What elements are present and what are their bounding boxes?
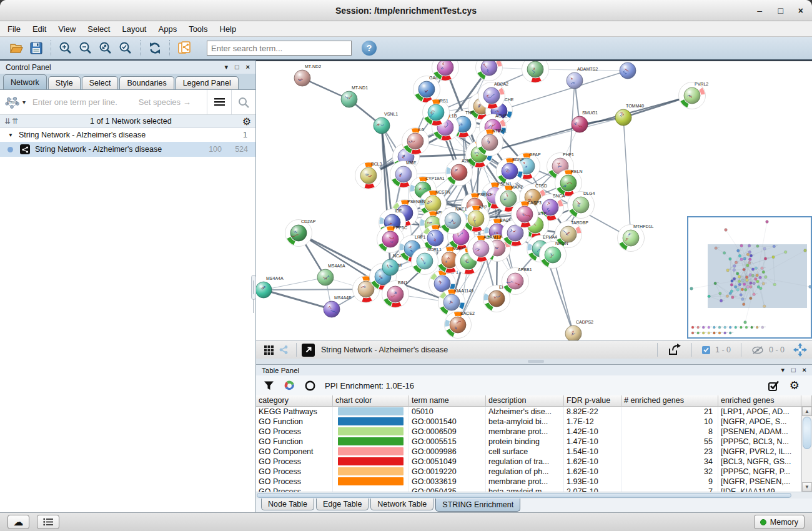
- table-panel-float-icon[interactable]: □: [791, 366, 796, 374]
- zoom-selected-button[interactable]: [116, 39, 136, 57]
- zoom-fit-button[interactable]: [96, 39, 116, 57]
- maximize-button[interactable]: □: [778, 0, 783, 21]
- chart-settings-icon[interactable]: [284, 380, 295, 392]
- column-header--enriched-genes[interactable]: # enriched genes: [621, 395, 718, 407]
- table-row[interactable]: GO ProcessGO:0019220regulation of ph...1…: [256, 467, 812, 477]
- panel-splitter-handle[interactable]: [251, 275, 256, 300]
- expand-all-icon[interactable]: ⇈: [12, 117, 17, 126]
- table-row[interactable]: GO ProcessGO:0006509membrane prot...1.42…: [256, 427, 812, 437]
- string-search-icon[interactable]: [232, 96, 255, 109]
- collection-expand-icon[interactable]: ▼: [8, 132, 13, 138]
- table-row[interactable]: GO ProcessGO:0051049regulation of tra...…: [256, 457, 812, 467]
- string-query-input[interactable]: Enter one term per line.: [32, 97, 117, 107]
- set-species-link[interactable]: Set species →: [139, 97, 191, 107]
- menu-item-edit[interactable]: Edit: [32, 24, 46, 34]
- column-header-enriched-genes[interactable]: enriched genes: [718, 395, 801, 407]
- network-node-MT-ND1[interactable]: MT-ND1: [341, 86, 368, 107]
- panel-menu-icon[interactable]: ▾: [224, 63, 228, 71]
- tab-legend-panel[interactable]: Legend Panel: [176, 76, 239, 89]
- horizontal-scrollbar[interactable]: [256, 492, 812, 499]
- network-node-CD33[interactable]: CD33: [620, 61, 641, 79]
- share-network-icon[interactable]: [276, 340, 291, 359]
- menu-item-apps[interactable]: Apps: [159, 24, 177, 34]
- detach-view-button[interactable]: [302, 344, 315, 357]
- network-collection-row[interactable]: ▼ String Network - Alzheimer's disease 1: [0, 128, 255, 142]
- open-file-button[interactable]: [6, 39, 26, 57]
- network-node-BIN1[interactable]: BIN1: [382, 280, 409, 308]
- minimize-button[interactable]: –: [757, 0, 762, 21]
- splitter-grip[interactable]: [528, 360, 544, 363]
- collapse-all-icon[interactable]: ⇊: [4, 117, 10, 126]
- scroll-up-arrow[interactable]: ▲: [802, 407, 812, 416]
- remove-chart-icon[interactable]: [305, 380, 315, 391]
- hscrollbar-thumb[interactable]: [257, 493, 791, 498]
- network-options-gear-icon[interactable]: ⚙: [242, 116, 251, 127]
- save-session-button[interactable]: [26, 39, 46, 57]
- selected-nodes-checkbox-icon[interactable]: [702, 346, 710, 354]
- grid-view-icon[interactable]: [261, 340, 276, 359]
- zoom-in-button[interactable]: [56, 39, 76, 57]
- cloud-button[interactable]: ☁: [7, 515, 29, 529]
- panel-close-icon[interactable]: ×: [246, 63, 250, 71]
- tab-node-table[interactable]: Node Table: [261, 499, 314, 510]
- network-node-NTRK1[interactable]: NTRK1: [477, 129, 507, 156]
- string-options-menu-icon[interactable]: [207, 98, 231, 106]
- table-row[interactable]: GO ComponentGO:0009986cell surface1.54E-…: [256, 447, 812, 457]
- close-button[interactable]: ×: [798, 0, 803, 21]
- network-node-MT-ND2[interactable]: MT-ND2: [294, 64, 321, 86]
- column-header-description[interactable]: description: [486, 395, 564, 407]
- filter-icon[interactable]: [264, 381, 274, 390]
- zoom-out-button[interactable]: [76, 39, 96, 57]
- tab-string-enrichment[interactable]: STRING Enrichment: [435, 499, 520, 512]
- tab-network-table[interactable]: Network Table: [370, 499, 433, 510]
- tab-edge-table[interactable]: Edge Table: [316, 499, 369, 510]
- network-row-selected[interactable]: String Network - Alzheimer's disease 100…: [0, 142, 255, 157]
- column-header-chart-color[interactable]: chart color: [333, 395, 409, 407]
- network-node-BCL3[interactable]: BCL3: [355, 162, 382, 189]
- network-node-PVRL2[interactable]: PVRL2: [679, 82, 709, 109]
- network-canvas[interactable]: MT-ND2MT-ND1VSNL1GAB2CR1TREM2CD33INPP5DA…: [256, 61, 812, 340]
- menu-item-file[interactable]: File: [7, 24, 21, 34]
- search-input[interactable]: [207, 41, 352, 56]
- network-node-CD2AP[interactable]: CD2AP: [285, 219, 316, 247]
- scroll-down-arrow[interactable]: ▼: [802, 482, 812, 492]
- column-header-category[interactable]: category: [256, 395, 333, 407]
- scrollbar-thumb[interactable]: [803, 417, 811, 449]
- birds-eye-view[interactable]: [687, 216, 812, 339]
- panel-float-icon[interactable]: □: [235, 63, 239, 71]
- column-header-term-name[interactable]: term name: [409, 395, 486, 407]
- help-button[interactable]: ?: [362, 41, 377, 56]
- table-panel-splitter[interactable]: [256, 359, 812, 364]
- column-header-fdr-p-value[interactable]: FDR p-value: [564, 395, 621, 407]
- menu-item-select[interactable]: Select: [87, 24, 110, 34]
- network-node-GAB2[interactable]: GAB2: [413, 76, 441, 103]
- string-logo-icon[interactable]: STRING ▾: [0, 96, 30, 109]
- network-node-APBB1[interactable]: APBB1: [502, 267, 532, 295]
- table-row[interactable]: GO ProcessGO:0050435beta-amyloid m...2.0…: [256, 487, 812, 492]
- network-node-SORL1[interactable]: SORL1: [412, 247, 442, 275]
- vertical-scrollbar[interactable]: ▲ ▼: [801, 407, 812, 492]
- menu-item-layout[interactable]: Layout: [122, 24, 146, 34]
- network-node-ADAMTS2[interactable]: ADAMTS2: [567, 67, 598, 89]
- tab-boundaries[interactable]: Boundaries: [119, 76, 174, 89]
- network-node-TOMM40[interactable]: TOMM40: [615, 104, 644, 126]
- network-node-BACE2[interactable]: BACE2: [445, 311, 475, 339]
- network-node-BDNF[interactable]: BDNF: [497, 157, 525, 185]
- birdseye-toggle-icon[interactable]: [793, 343, 807, 357]
- table-settings-gear-icon[interactable]: ⚙: [790, 379, 800, 392]
- network-node-MS4A6A[interactable]: MS4A6A: [317, 264, 345, 285]
- network-node-NAE1[interactable]: NAE1: [440, 207, 467, 234]
- refresh-button[interactable]: [145, 39, 165, 57]
- network-node-DLG4[interactable]: DLG4: [568, 191, 595, 219]
- tab-network[interactable]: Network: [3, 74, 47, 89]
- import-network-button[interactable]: [174, 39, 194, 57]
- table-panel-close-icon[interactable]: ×: [803, 366, 806, 374]
- export-network-icon[interactable]: [668, 344, 681, 356]
- menu-item-help[interactable]: Help: [220, 24, 237, 34]
- network-node-INPP5D[interactable]: INPP5D: [522, 61, 554, 83]
- network-node-NRGN[interactable]: NRGN: [540, 241, 568, 269]
- table-row[interactable]: GO ProcessGO:0033619membrane prot...1.93…: [256, 477, 812, 487]
- menu-item-tools[interactable]: Tools: [189, 24, 207, 34]
- table-row[interactable]: KEGG Pathways05010Alzheimer's dise...8.8…: [256, 407, 812, 417]
- network-node-VSNL1[interactable]: VSNL1: [374, 112, 398, 134]
